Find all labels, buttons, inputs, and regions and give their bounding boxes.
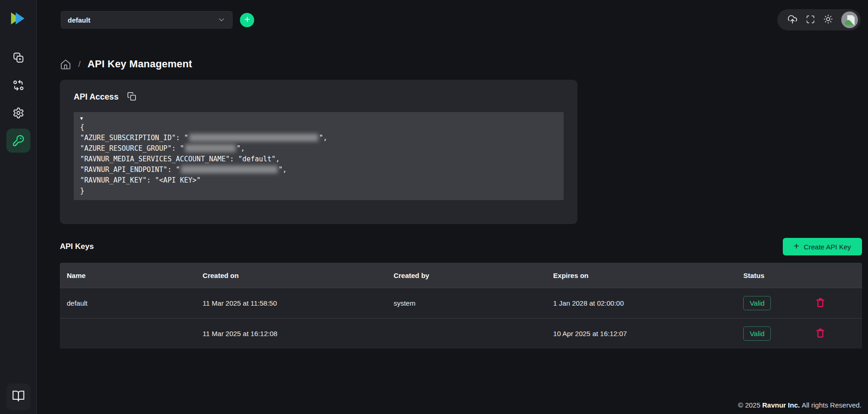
sidebar-item-workflows[interactable] — [6, 73, 30, 97]
plus-icon: + — [794, 242, 799, 251]
app-window: default — [0, 0, 868, 414]
key-name: default — [60, 299, 203, 307]
code-line: "RAVNUR_MEDIA_SERVICES_ACCOUNT_NAME": "d… — [80, 154, 557, 165]
redacted-value — [189, 134, 318, 142]
fullscreen-button[interactable] — [806, 15, 815, 25]
add-account-button[interactable] — [240, 13, 254, 27]
collapse-toggle-icon[interactable]: ▼ — [80, 115, 557, 122]
code-line: { — [80, 122, 557, 133]
chevron-down-icon — [217, 16, 226, 24]
sidebar — [0, 0, 37, 414]
home-icon[interactable] — [60, 59, 71, 70]
topbar-quick-actions — [777, 9, 861, 30]
code-line: "RAVNUR_API_ENDPOINT": "", — [80, 165, 557, 175]
company-name: Ravnur Inc. — [762, 401, 800, 409]
column-header-created-by: Created by — [394, 272, 553, 279]
account-select[interactable]: default — [61, 11, 233, 29]
code-line: "RAVNUR_API_KEY": "<API KEY>" — [80, 175, 557, 186]
delete-key-button[interactable] — [815, 297, 826, 309]
key-expires-on: 1 Jan 2028 at 02:00:00 — [553, 299, 743, 307]
copy-icon — [127, 92, 136, 102]
table-row: default 11 Mar 2025 at 11:58:50 system 1… — [60, 288, 862, 318]
copy-button[interactable] — [127, 92, 136, 102]
key-created-on: 11 Mar 2025 at 16:12:08 — [203, 330, 394, 337]
breadcrumb-separator: / — [78, 59, 81, 69]
main-area: default — [37, 0, 868, 414]
documentation-button[interactable] — [6, 384, 30, 410]
workflow-icon — [12, 79, 24, 91]
page-title: API Key Management — [87, 58, 192, 70]
sidebar-nav — [6, 46, 30, 153]
sidebar-item-settings[interactable] — [6, 101, 30, 125]
plus-icon — [244, 16, 251, 24]
api-access-code-block: ▼ { "AZURE_SUBSCRIPTION_ID": "", "AZURE_… — [74, 112, 564, 200]
key-created-by: system — [394, 299, 553, 307]
table-row: 11 Mar 2025 at 16:12:08 10 Apr 2025 at 1… — [60, 318, 862, 349]
key-expires-on: 10 Apr 2025 at 16:12:07 — [553, 330, 743, 337]
status-badge: Valid — [743, 326, 771, 341]
footer-copyright: © 2025Ravnur Inc.All rights Reserved. — [738, 401, 868, 414]
theme-brightness-button[interactable] — [823, 14, 833, 25]
sidebar-item-media-library[interactable] — [6, 46, 30, 70]
cloud-upload-button[interactable] — [787, 14, 798, 26]
create-api-key-button[interactable]: + Create API Key — [783, 238, 862, 255]
api-access-card: API Access ▼ { "AZURE_SUBSCRIPTION_ID": — [60, 80, 577, 224]
column-header-status: Status — [743, 272, 812, 279]
code-line: "AZURE_RESOURCE_GROUP": "", — [80, 143, 557, 154]
column-header-created-on: Created on — [203, 272, 394, 279]
api-keys-title: API Keys — [60, 242, 94, 251]
cloud-upload-icon — [787, 14, 798, 26]
account-select-value: default — [68, 16, 90, 24]
redacted-value — [185, 144, 236, 152]
user-avatar[interactable] — [841, 12, 858, 28]
breadcrumb: / API Key Management — [60, 58, 862, 70]
code-line: } — [80, 186, 557, 196]
settings-gear-icon — [12, 107, 24, 119]
ravnur-logo — [10, 10, 27, 27]
status-badge: Valid — [743, 296, 771, 310]
redacted-value — [181, 166, 278, 173]
trash-icon — [815, 297, 826, 309]
trash-icon — [815, 328, 826, 340]
fullscreen-icon — [806, 15, 815, 25]
copyright-year: © 2025 — [738, 401, 761, 409]
page-content: / API Key Management API Access — [37, 40, 868, 349]
api-keys-table: Name Created on Created by Expires on St… — [60, 263, 862, 349]
table-header-row: Name Created on Created by Expires on St… — [60, 263, 862, 288]
documentation-book-icon — [12, 390, 25, 404]
api-access-title: API Access — [74, 92, 118, 102]
create-api-key-label: Create API Key — [804, 243, 851, 251]
api-key-icon — [12, 135, 24, 147]
brightness-icon — [823, 14, 833, 25]
code-line: "AZURE_SUBSCRIPTION_ID": "", — [80, 133, 557, 143]
column-header-name: Name — [60, 272, 203, 279]
rights-text: All rights Reserved. — [802, 401, 862, 409]
column-header-expires-on: Expires on — [553, 272, 743, 279]
topbar: default — [37, 0, 868, 40]
api-keys-header: API Keys + Create API Key — [60, 238, 862, 255]
media-library-icon — [12, 52, 24, 64]
delete-key-button[interactable] — [815, 328, 826, 340]
sidebar-item-api-keys[interactable] — [6, 129, 30, 153]
key-created-on: 11 Mar 2025 at 11:58:50 — [203, 299, 394, 307]
